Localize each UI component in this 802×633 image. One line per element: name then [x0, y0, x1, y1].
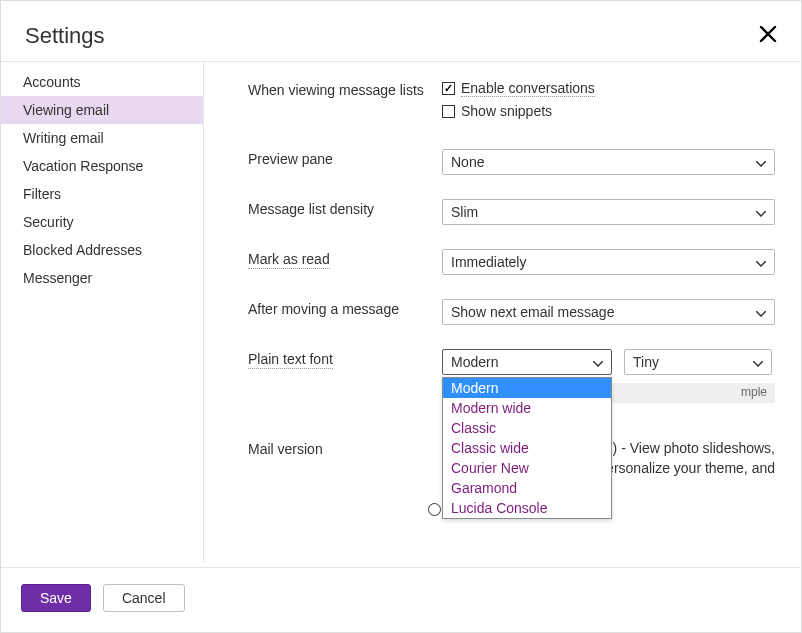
chevron-down-icon [593, 354, 603, 370]
select-value-font-size: Tiny [633, 354, 659, 370]
label-mark-read: Mark as read [248, 251, 330, 269]
select-mark-read[interactable]: Immediately [442, 249, 775, 275]
sidebar-item-viewing-email[interactable]: Viewing email [1, 96, 203, 124]
settings-dialog: Settings Accounts Viewing email Writing … [0, 0, 802, 633]
sidebar-item-blocked-addresses[interactable]: Blocked Addresses [1, 236, 203, 264]
label-density: Message list density [248, 201, 374, 217]
sidebar-item-filters[interactable]: Filters [1, 180, 203, 208]
checkbox-label-enable-conversations: Enable conversations [461, 80, 595, 97]
select-font-family[interactable]: Modern Modern Modern wide Classic Classi… [442, 349, 612, 375]
row-message-lists: When viewing message lists Enable conver… [248, 80, 775, 125]
sidebar: Accounts Viewing email Writing email Vac… [1, 62, 204, 562]
sidebar-item-accounts[interactable]: Accounts [1, 68, 203, 96]
dialog-footer: Save Cancel [1, 567, 801, 632]
select-value-after-move: Show next email message [451, 304, 614, 320]
radio-icon [428, 503, 441, 516]
font-option-lucida-console[interactable]: Lucida Console [443, 498, 611, 518]
font-option-classic[interactable]: Classic [443, 418, 611, 438]
font-option-courier-new[interactable]: Courier New [443, 458, 611, 478]
dialog-header: Settings [1, 1, 801, 62]
row-after-move: After moving a message Show next email m… [248, 299, 775, 325]
select-font-size[interactable]: Tiny [624, 349, 772, 375]
chevron-down-icon [753, 354, 763, 370]
label-message-lists: When viewing message lists [248, 82, 424, 98]
sidebar-item-writing-email[interactable]: Writing email [1, 124, 203, 152]
label-preview-pane: Preview pane [248, 151, 333, 167]
row-preview-pane: Preview pane None [248, 149, 775, 175]
row-font: Plain text font Modern Modern Modern wid… [248, 349, 775, 403]
cancel-button[interactable]: Cancel [103, 584, 185, 612]
select-value-preview-pane: None [451, 154, 484, 170]
close-icon[interactable] [759, 25, 777, 47]
checkbox-icon [442, 105, 455, 118]
font-option-modern-wide[interactable]: Modern wide [443, 398, 611, 418]
select-after-move[interactable]: Show next email message [442, 299, 775, 325]
font-option-modern[interactable]: Modern [443, 378, 611, 398]
select-value-density: Slim [451, 204, 478, 220]
save-button[interactable]: Save [21, 584, 91, 612]
select-preview-pane[interactable]: None [442, 149, 775, 175]
checkbox-icon [442, 82, 455, 95]
chevron-down-icon [756, 154, 766, 170]
checkbox-enable-conversations[interactable]: Enable conversations [442, 80, 775, 97]
label-mail-version: Mail version [248, 441, 323, 457]
chevron-down-icon [756, 254, 766, 270]
checkbox-show-snippets[interactable]: Show snippets [442, 103, 775, 119]
dialog-title: Settings [25, 23, 105, 49]
font-option-classic-wide[interactable]: Classic wide [443, 438, 611, 458]
checkbox-label-show-snippets: Show snippets [461, 103, 552, 119]
row-density: Message list density Slim [248, 199, 775, 225]
sidebar-item-security[interactable]: Security [1, 208, 203, 236]
select-value-font: Modern [451, 354, 498, 370]
sidebar-item-messenger[interactable]: Messenger [1, 264, 203, 292]
label-after-move: After moving a message [248, 301, 399, 317]
row-mark-read: Mark as read Immediately [248, 249, 775, 275]
label-font: Plain text font [248, 351, 333, 369]
sidebar-item-vacation-response[interactable]: Vacation Response [1, 152, 203, 180]
select-density[interactable]: Slim [442, 199, 775, 225]
font-option-garamond[interactable]: Garamond [443, 478, 611, 498]
dialog-body: Accounts Viewing email Writing email Vac… [1, 62, 801, 562]
chevron-down-icon [756, 204, 766, 220]
content-pane: When viewing message lists Enable conver… [204, 62, 801, 562]
select-value-mark-read: Immediately [451, 254, 526, 270]
chevron-down-icon [756, 304, 766, 320]
font-dropdown: Modern Modern wide Classic Classic wide … [442, 377, 612, 519]
